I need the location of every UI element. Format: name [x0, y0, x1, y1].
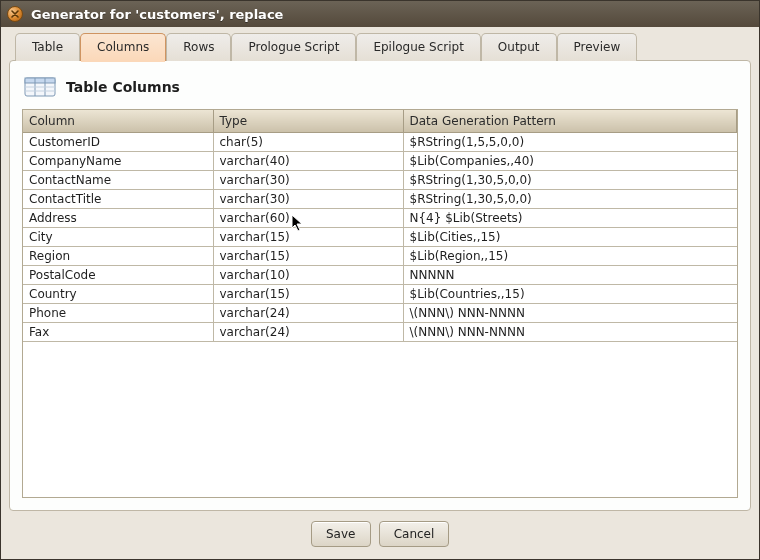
cell-type[interactable]: varchar(24) — [213, 322, 403, 341]
tab-panel: Table Columns Column Type Data Generatio… — [9, 60, 751, 511]
tab-columns[interactable]: Columns — [80, 33, 166, 61]
cell-col[interactable]: Phone — [23, 303, 213, 322]
table-row[interactable]: Addressvarchar(60)N{4} $Lib(Streets) — [23, 208, 737, 227]
tab-epilogue-script[interactable]: Epilogue Script — [356, 33, 480, 61]
tab-rows[interactable]: Rows — [166, 33, 231, 61]
cell-col[interactable]: City — [23, 227, 213, 246]
cell-pattern[interactable]: NNNNN — [403, 265, 737, 284]
cell-col[interactable]: ContactName — [23, 170, 213, 189]
cell-pattern[interactable]: $RString(1,30,5,0,0) — [403, 170, 737, 189]
tab-output[interactable]: Output — [481, 33, 557, 61]
cell-col[interactable]: CompanyName — [23, 151, 213, 170]
panel-header: Table Columns — [22, 71, 738, 109]
window: Generator for 'customers', replace Table… — [0, 0, 760, 560]
cell-type[interactable]: varchar(10) — [213, 265, 403, 284]
table-header-row: Column Type Data Generation Pattern — [23, 110, 737, 132]
cell-pattern[interactable]: $RString(1,30,5,0,0) — [403, 189, 737, 208]
cell-pattern[interactable]: $RString(1,5,5,0,0) — [403, 132, 737, 151]
table-row[interactable]: ContactNamevarchar(30)$RString(1,30,5,0,… — [23, 170, 737, 189]
titlebar: Generator for 'customers', replace — [1, 1, 759, 27]
cell-col[interactable]: CustomerID — [23, 132, 213, 151]
panel-title: Table Columns — [66, 79, 180, 95]
cell-type[interactable]: varchar(40) — [213, 151, 403, 170]
cell-col[interactable]: Fax — [23, 322, 213, 341]
cell-type[interactable]: varchar(24) — [213, 303, 403, 322]
cell-col[interactable]: Address — [23, 208, 213, 227]
cell-pattern[interactable]: \(NNN\) NNN-NNNN — [403, 322, 737, 341]
table-row[interactable]: CustomerIDchar(5)$RString(1,5,5,0,0) — [23, 132, 737, 151]
svg-rect-1 — [25, 78, 55, 83]
cell-type[interactable]: varchar(15) — [213, 227, 403, 246]
cell-pattern[interactable]: $Lib(Region,,15) — [403, 246, 737, 265]
cell-type[interactable]: varchar(30) — [213, 189, 403, 208]
close-icon — [11, 10, 19, 18]
cell-pattern[interactable]: \(NNN\) NNN-NNNN — [403, 303, 737, 322]
table-columns-icon — [24, 75, 56, 99]
table-row[interactable]: PostalCodevarchar(10)NNNNN — [23, 265, 737, 284]
header-type[interactable]: Type — [213, 110, 403, 132]
table-row[interactable]: ContactTitlevarchar(30)$RString(1,30,5,0… — [23, 189, 737, 208]
cancel-button[interactable]: Cancel — [379, 521, 450, 547]
cell-col[interactable]: PostalCode — [23, 265, 213, 284]
window-title: Generator for 'customers', replace — [31, 7, 283, 22]
cell-col[interactable]: Region — [23, 246, 213, 265]
cell-pattern[interactable]: N{4} $Lib(Streets) — [403, 208, 737, 227]
header-pattern[interactable]: Data Generation Pattern — [403, 110, 737, 132]
table-row[interactable]: Countryvarchar(15)$Lib(Countries,,15) — [23, 284, 737, 303]
table-row[interactable]: Faxvarchar(24)\(NNN\) NNN-NNNN — [23, 322, 737, 341]
columns-table[interactable]: Column Type Data Generation Pattern Cust… — [23, 110, 737, 342]
table-row[interactable]: Phonevarchar(24)\(NNN\) NNN-NNNN — [23, 303, 737, 322]
cell-type[interactable]: char(5) — [213, 132, 403, 151]
cell-type[interactable]: varchar(30) — [213, 170, 403, 189]
table-row[interactable]: Cityvarchar(15)$Lib(Cities,,15) — [23, 227, 737, 246]
cell-pattern[interactable]: $Lib(Countries,,15) — [403, 284, 737, 303]
columns-table-container: Column Type Data Generation Pattern Cust… — [22, 109, 738, 498]
content-area: TableColumnsRowsPrologue ScriptEpilogue … — [1, 27, 759, 559]
table-row[interactable]: CompanyNamevarchar(40)$Lib(Companies,,40… — [23, 151, 737, 170]
cell-type[interactable]: varchar(15) — [213, 284, 403, 303]
tab-bar: TableColumnsRowsPrologue ScriptEpilogue … — [9, 33, 751, 60]
cell-col[interactable]: ContactTitle — [23, 189, 213, 208]
close-button[interactable] — [7, 6, 23, 22]
tab-table[interactable]: Table — [15, 33, 80, 61]
tab-prologue-script[interactable]: Prologue Script — [231, 33, 356, 61]
table-row[interactable]: Regionvarchar(15)$Lib(Region,,15) — [23, 246, 737, 265]
cell-type[interactable]: varchar(60) — [213, 208, 403, 227]
save-button[interactable]: Save — [311, 521, 371, 547]
cell-pattern[interactable]: $Lib(Cities,,15) — [403, 227, 737, 246]
cell-pattern[interactable]: $Lib(Companies,,40) — [403, 151, 737, 170]
cell-col[interactable]: Country — [23, 284, 213, 303]
button-bar: Save Cancel — [9, 511, 751, 551]
cell-type[interactable]: varchar(15) — [213, 246, 403, 265]
header-column[interactable]: Column — [23, 110, 213, 132]
tab-preview[interactable]: Preview — [557, 33, 638, 61]
